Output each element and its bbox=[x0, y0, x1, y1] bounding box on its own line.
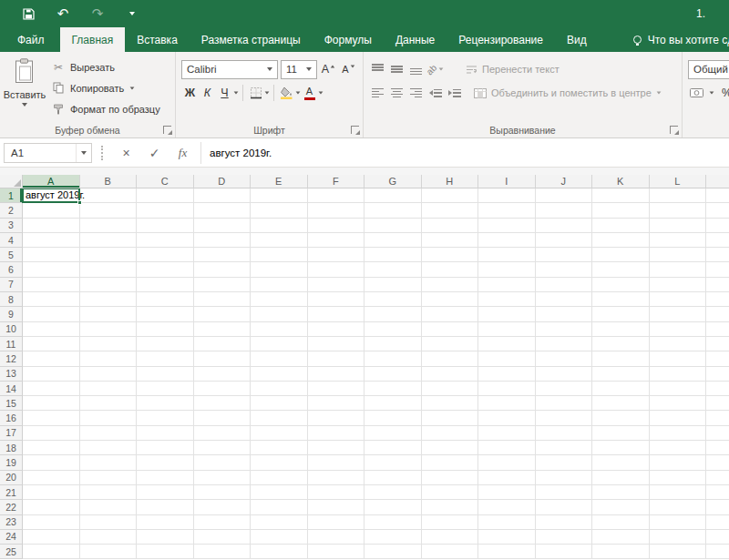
cell-E11[interactable] bbox=[251, 337, 308, 351]
select-all-corner[interactable] bbox=[0, 175, 23, 188]
cell-I5[interactable] bbox=[478, 248, 536, 262]
enter-button[interactable]: ✓ bbox=[140, 143, 169, 163]
cell-L10[interactable] bbox=[650, 322, 707, 337]
cell-C9[interactable] bbox=[137, 307, 194, 321]
cell-D13[interactable] bbox=[194, 367, 252, 382]
cell-E23[interactable] bbox=[251, 515, 308, 530]
cell-E1[interactable] bbox=[251, 188, 308, 203]
cell-D19[interactable] bbox=[194, 455, 252, 470]
cell-H14[interactable] bbox=[422, 382, 479, 396]
cell-G7[interactable] bbox=[364, 278, 422, 292]
cell-F12[interactable] bbox=[308, 351, 365, 366]
copy-button[interactable]: Копировать bbox=[49, 79, 163, 97]
cell-K4[interactable] bbox=[592, 233, 650, 248]
cell-H5[interactable] bbox=[422, 248, 479, 262]
cell-G12[interactable] bbox=[364, 351, 422, 366]
cell-D16[interactable] bbox=[194, 411, 252, 425]
cell-K15[interactable] bbox=[592, 396, 650, 411]
cell-A21[interactable] bbox=[23, 485, 80, 500]
cell-I18[interactable] bbox=[478, 441, 536, 455]
cell-F13[interactable] bbox=[308, 367, 365, 382]
cell-C24[interactable] bbox=[137, 530, 194, 545]
cell-L14[interactable] bbox=[650, 382, 707, 396]
cell-G17[interactable] bbox=[364, 426, 422, 441]
cell-H24[interactable] bbox=[422, 530, 479, 545]
cell-G19[interactable] bbox=[364, 455, 422, 470]
cell-A20[interactable] bbox=[23, 471, 80, 485]
cell-I14[interactable] bbox=[478, 382, 536, 396]
row-header-23[interactable]: 23 bbox=[0, 515, 23, 530]
tab-review[interactable]: Рецензирование bbox=[447, 27, 555, 52]
cell-F23[interactable] bbox=[308, 515, 365, 530]
cell-B2[interactable] bbox=[80, 203, 138, 218]
cell-H10[interactable] bbox=[422, 322, 479, 337]
cell-A25[interactable] bbox=[23, 545, 80, 559]
cell-A15[interactable] bbox=[23, 396, 80, 411]
cell-L20[interactable] bbox=[650, 471, 707, 485]
row-header-15[interactable]: 15 bbox=[0, 396, 23, 411]
cell-F19[interactable] bbox=[308, 455, 365, 470]
cell-E20[interactable] bbox=[251, 471, 308, 485]
row-header-7[interactable]: 7 bbox=[0, 278, 23, 292]
cell-G22[interactable] bbox=[364, 500, 422, 514]
cell-L23[interactable] bbox=[650, 515, 707, 530]
cell-K23[interactable] bbox=[592, 515, 650, 530]
cell-D8[interactable] bbox=[194, 292, 252, 307]
alignment-dialog-launcher-icon[interactable] bbox=[670, 126, 678, 134]
cell-E25[interactable] bbox=[251, 545, 308, 559]
cell-A4[interactable] bbox=[23, 233, 80, 248]
cell-I17[interactable] bbox=[478, 426, 536, 441]
row-header-3[interactable]: 3 bbox=[0, 219, 23, 233]
column-header-J[interactable]: J bbox=[536, 175, 593, 188]
cell-E19[interactable] bbox=[251, 455, 308, 470]
cell-L11[interactable] bbox=[650, 337, 707, 351]
cell-I10[interactable] bbox=[478, 322, 536, 337]
row-header-22[interactable]: 22 bbox=[0, 500, 23, 514]
cell-G25[interactable] bbox=[364, 545, 422, 559]
cell-B11[interactable] bbox=[80, 337, 138, 351]
cell-G16[interactable] bbox=[364, 411, 422, 425]
cell-I11[interactable] bbox=[478, 337, 536, 351]
cell-E21[interactable] bbox=[251, 485, 308, 500]
cell-L3[interactable] bbox=[650, 219, 707, 233]
cell-A19[interactable] bbox=[23, 455, 80, 470]
font-size-combo[interactable]: 11 bbox=[281, 60, 317, 79]
cell-E2[interactable] bbox=[251, 203, 308, 218]
row-header-10[interactable]: 10 bbox=[0, 322, 23, 337]
tab-page-layout[interactable]: Разметка страницы bbox=[190, 27, 313, 52]
column-header-F[interactable]: F bbox=[308, 175, 365, 188]
name-box[interactable]: A1 bbox=[4, 143, 92, 163]
row-header-20[interactable]: 20 bbox=[0, 471, 23, 485]
tab-insert[interactable]: Вставка bbox=[125, 27, 190, 52]
row-header-2[interactable]: 2 bbox=[0, 203, 23, 218]
cell-F5[interactable] bbox=[308, 248, 365, 262]
cell-G15[interactable] bbox=[364, 396, 422, 411]
cell-J24[interactable] bbox=[536, 530, 593, 545]
cell-K16[interactable] bbox=[592, 411, 650, 425]
cell-C10[interactable] bbox=[137, 322, 194, 337]
cell-B9[interactable] bbox=[80, 307, 138, 321]
font-color-button[interactable]: А bbox=[301, 84, 318, 102]
cell-D20[interactable] bbox=[194, 471, 252, 485]
cell-F6[interactable] bbox=[308, 262, 365, 277]
row-header-9[interactable]: 9 bbox=[0, 307, 23, 321]
cell-B7[interactable] bbox=[80, 278, 138, 292]
cell-H17[interactable] bbox=[422, 426, 479, 441]
cell-A18[interactable] bbox=[23, 441, 80, 455]
cell-C13[interactable] bbox=[137, 367, 194, 382]
cell-D23[interactable] bbox=[194, 515, 252, 530]
cell-E22[interactable] bbox=[251, 500, 308, 514]
align-left-button[interactable] bbox=[369, 84, 386, 102]
cell-H12[interactable] bbox=[422, 351, 479, 366]
cell-D4[interactable] bbox=[194, 233, 252, 248]
cell-F10[interactable] bbox=[308, 322, 365, 337]
cell-B19[interactable] bbox=[80, 455, 138, 470]
cell-D17[interactable] bbox=[194, 426, 252, 441]
cell-K22[interactable] bbox=[592, 500, 650, 514]
cell-J2[interactable] bbox=[536, 203, 593, 218]
cell-D18[interactable] bbox=[194, 441, 252, 455]
cell-C15[interactable] bbox=[137, 396, 194, 411]
cell-C19[interactable] bbox=[137, 455, 194, 470]
accounting-dropdown-icon[interactable] bbox=[710, 91, 714, 94]
cell-A9[interactable] bbox=[23, 307, 80, 321]
